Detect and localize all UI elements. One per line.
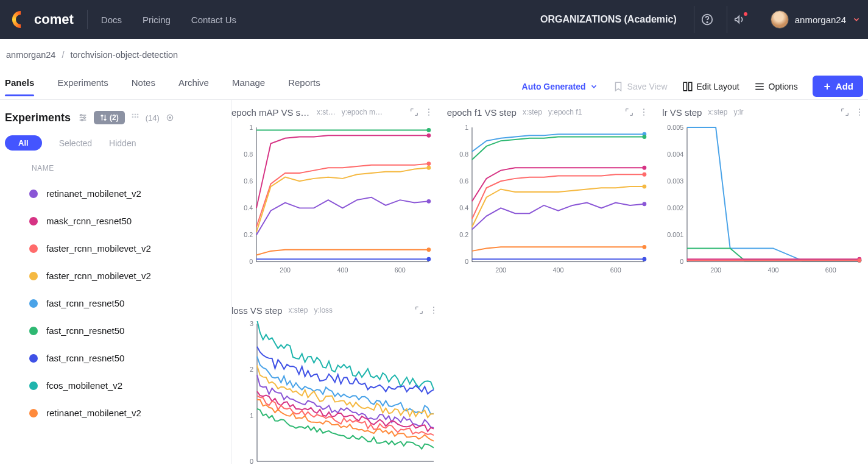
svg-point-66 — [859, 108, 860, 110]
list-item[interactable]: faster_rcnn_mobilevet_v2 — [5, 235, 225, 262]
panel-xlabel: x:step — [523, 108, 542, 116]
tab-experiments[interactable]: Experiments — [57, 77, 108, 95]
filter-pill[interactable]: (2) — [94, 111, 125, 124]
grid-icon[interactable] — [131, 113, 139, 123]
panel-header: loss VS step x:step y:loss — [231, 304, 439, 316]
list-item[interactable]: fast_rcnn_resnet50 — [5, 317, 225, 344]
filter-hidden[interactable]: Hidden — [109, 138, 136, 148]
svg-point-59 — [642, 135, 646, 139]
breadcrumb: anmorgan24 / torchvision-object-detectio… — [0, 39, 868, 73]
more-icon[interactable] — [429, 305, 439, 315]
svg-rect-16 — [135, 113, 136, 115]
username: anmorgan24 — [795, 15, 846, 25]
color-dot — [29, 244, 38, 253]
tab-reports[interactable]: Reports — [288, 77, 320, 95]
nav-pricing[interactable]: Pricing — [143, 15, 171, 25]
edit-layout-button[interactable]: Edit Layout — [682, 81, 739, 92]
svg-text:0.8: 0.8 — [244, 151, 253, 158]
color-dot — [29, 217, 38, 225]
svg-point-45 — [643, 112, 644, 113]
tab-notes[interactable]: Notes — [132, 77, 155, 95]
project-tabbar: Panels Experiments Notes Archive Manage … — [0, 73, 868, 100]
svg-point-64 — [642, 245, 646, 249]
list-item[interactable]: mask_rcnn_resnet50 — [5, 207, 225, 235]
brand-text: comet — [34, 12, 74, 27]
svg-text:0: 0 — [680, 258, 683, 265]
list-item[interactable]: fast_rcnn_resnet50 — [5, 289, 225, 317]
panel-actions — [414, 305, 439, 315]
svg-rect-18 — [132, 116, 133, 117]
auto-generated-dropdown[interactable]: Auto Generated — [522, 82, 598, 91]
color-dot — [29, 409, 38, 417]
options-button[interactable]: Options — [754, 81, 798, 92]
svg-text:200: 200 — [495, 266, 506, 274]
experiment-name: retinanet_mobilenet_v2 — [46, 408, 141, 418]
experiment-name: fast_rcnn_resnet50 — [46, 298, 124, 308]
tab-panels[interactable]: Panels — [5, 77, 34, 95]
experiment-name: fast_rcnn_resnet50 — [46, 353, 124, 363]
sliders-icon[interactable] — [78, 113, 88, 122]
panel-actions — [409, 107, 434, 117]
user-menu[interactable]: anmorgan24 — [760, 10, 861, 29]
list-item[interactable]: retinanet_mobilenet_v2 — [5, 399, 225, 427]
svg-text:0: 0 — [465, 258, 468, 265]
expand-icon[interactable] — [409, 107, 419, 117]
organizations-label[interactable]: ORGANIZATIONS (Academic) — [540, 14, 677, 25]
help-icon[interactable] — [694, 6, 721, 33]
panel: lr VS step x:step y:lr 00.0010.0020.0030… — [662, 106, 864, 283]
panels-area: epoch mAP VS st… x:st… y:epoch m… 00.20.… — [231, 100, 868, 464]
svg-text:3: 3 — [250, 321, 253, 327]
svg-point-12 — [80, 115, 82, 116]
panel-title: epoch f1 VS step — [447, 107, 517, 118]
logo[interactable]: comet — [12, 11, 74, 28]
expand-icon[interactable] — [414, 305, 424, 315]
filter-all[interactable]: All — [5, 135, 42, 151]
expand-icon[interactable] — [840, 107, 850, 117]
tab-manage[interactable]: Manage — [232, 77, 265, 95]
svg-text:600: 600 — [825, 266, 836, 274]
breadcrumb-project[interactable]: torchvision-object-detection — [71, 50, 178, 60]
nav-docs[interactable]: Docs — [101, 15, 122, 25]
breadcrumb-user[interactable]: anmorgan24 — [6, 50, 55, 60]
options-icon — [754, 81, 765, 92]
list-item[interactable]: retinanet_mobilenet_v2 — [5, 180, 225, 207]
filter-selected[interactable]: Selected — [59, 138, 92, 148]
tab-archive[interactable]: Archive — [178, 77, 209, 95]
add-button[interactable]: Add — [813, 76, 863, 97]
svg-text:2: 2 — [250, 366, 253, 373]
svg-text:600: 600 — [610, 266, 621, 274]
save-view-button[interactable]: Save View — [613, 81, 668, 92]
chevron-down-icon — [852, 15, 861, 24]
svg-text:400: 400 — [768, 266, 779, 274]
expand-icon[interactable] — [624, 107, 634, 117]
panel-title: loss VS step — [231, 305, 282, 316]
breadcrumb-separator: / — [62, 50, 64, 60]
svg-rect-20 — [137, 116, 138, 117]
more-icon[interactable] — [855, 107, 864, 117]
nav-contact[interactable]: Contact Us — [191, 15, 236, 25]
layout-icon — [682, 81, 693, 92]
body: Experiments (2) (14) All Selected Hidden… — [0, 100, 868, 464]
svg-point-67 — [859, 112, 860, 113]
more-icon[interactable] — [639, 107, 649, 117]
column-header-name: NAME — [5, 164, 225, 172]
edit-layout-label: Edit Layout — [697, 82, 739, 91]
svg-point-14 — [81, 119, 83, 121]
svg-text:0: 0 — [249, 258, 253, 265]
target-icon[interactable] — [166, 113, 174, 122]
announcements-icon[interactable] — [727, 6, 753, 33]
color-dot — [29, 272, 38, 280]
list-item[interactable]: fast_rcnn_resnet50 — [5, 344, 225, 372]
auto-generated-label: Auto Generated — [522, 82, 586, 91]
more-icon[interactable] — [424, 107, 434, 117]
list-item[interactable]: faster_rcnn_mobilevet_v2 — [5, 262, 225, 289]
svg-point-84 — [433, 307, 434, 308]
svg-text:0.2: 0.2 — [244, 231, 253, 238]
header: comet Docs Pricing Contact Us ORGANIZATI… — [0, 0, 868, 39]
list-item[interactable]: fcos_mobilenet_v2 — [5, 372, 225, 399]
svg-text:0.001: 0.001 — [668, 231, 684, 238]
svg-text:0.4: 0.4 — [459, 204, 468, 211]
svg-rect-17 — [137, 113, 138, 115]
svg-text:0.6: 0.6 — [459, 177, 468, 185]
panel-header: epoch f1 VS step x:step y:epoch f1 — [447, 106, 649, 118]
